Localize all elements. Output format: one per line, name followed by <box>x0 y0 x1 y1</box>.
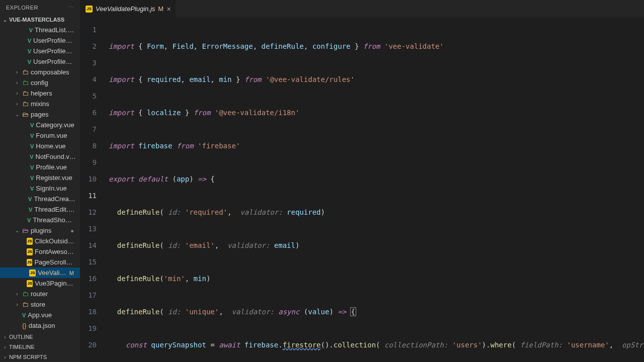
tree-item[interactable]: JSClickOutsideDi... <box>0 236 80 246</box>
sidebar: EXPLORER ⋯ ⌄ VUE-MASTERCLASS VThreadList… <box>0 0 80 362</box>
folder-icon: 🗁 <box>22 111 29 118</box>
folder-icon: 🗀 <box>22 89 29 97</box>
explorer-header: EXPLORER ⋯ <box>0 0 80 15</box>
tree-folder[interactable]: ›🗀helpers <box>0 88 80 99</box>
tree-item[interactable]: VUserProfileCar... <box>0 56 80 67</box>
modified-badge: M <box>158 5 164 13</box>
editor[interactable]: 1234567891011121314151617181920 import {… <box>80 18 644 362</box>
tab-bar: JS VeeValidatePlugin.js M × ⇄ ◧ ⋯ <box>80 0 644 18</box>
tree-item[interactable]: VThreadShow.vue <box>0 215 80 225</box>
dot-icon: ● <box>70 228 76 234</box>
folder-icon: 🗀 <box>22 290 29 298</box>
js-icon: JS <box>27 259 33 266</box>
folder-icon: 🗀 <box>22 301 29 308</box>
folder-icon: 🗁 <box>22 227 29 234</box>
vue-icon: V <box>29 27 33 33</box>
tree-item[interactable]: VThreadList.vue <box>0 25 80 35</box>
vue-icon: V <box>28 48 31 54</box>
js-icon: JS <box>27 238 33 245</box>
tree-folder[interactable]: ›🗀router <box>0 289 80 299</box>
tree-item[interactable]: VUserProfileCar... <box>0 46 80 56</box>
timeline-section[interactable]: ›TIMELINE <box>0 342 80 352</box>
project-header[interactable]: ⌄ VUE-MASTERCLASS <box>0 15 80 25</box>
npm-scripts-section[interactable]: ›NPM SCRIPTS <box>0 352 80 362</box>
chevron-down-icon: ⌄ <box>14 112 20 118</box>
vue-icon: V <box>28 38 31 44</box>
tree-item[interactable]: VRegister.vue <box>0 172 80 183</box>
tree-item[interactable]: VHome.vue <box>0 141 80 151</box>
tree-folder[interactable]: ›🗀mixins <box>0 99 80 109</box>
gutter: 1234567891011121314151617181920 <box>80 18 106 362</box>
chevron-right-icon: › <box>14 69 20 75</box>
explorer-title: EXPLORER <box>6 5 38 11</box>
json-icon: {} <box>22 322 27 329</box>
vue-icon: V <box>30 122 34 128</box>
more-icon[interactable]: ⋯ <box>68 4 74 11</box>
tab[interactable]: JS VeeValidatePlugin.js M × <box>80 0 176 18</box>
folder-icon: 🗀 <box>22 100 29 108</box>
tree-item[interactable]: VUserProfileCar... <box>0 35 80 46</box>
tree-item[interactable]: JSPageScrollDire... <box>0 257 80 267</box>
chevron-right-icon: › <box>2 354 8 360</box>
tree-item[interactable]: VSignIn.vue <box>0 183 80 194</box>
tree-folder[interactable]: ›🗀composables <box>0 67 80 77</box>
code-area[interactable]: import { Form, Field, ErrorMessage, defi… <box>106 18 644 362</box>
tree-item[interactable]: VCategory.vue <box>0 120 80 130</box>
chevron-right-icon: › <box>2 344 8 350</box>
vue-icon: V <box>30 143 34 149</box>
js-icon: JS <box>86 6 93 13</box>
vue-icon: V <box>30 154 33 160</box>
tree-item[interactable]: JSVeeValid...M <box>0 267 80 278</box>
modified-badge: M <box>69 270 76 276</box>
tree-item[interactable]: VForum.vue <box>0 130 80 141</box>
tree-item[interactable]: VNotFound.vue <box>0 151 80 162</box>
file-tree: VThreadList.vue VUserProfileCar... VUser… <box>0 25 80 332</box>
js-icon: JS <box>29 269 36 277</box>
tree-item[interactable]: VThreadEdit.vue <box>0 204 80 215</box>
chevron-right-icon: › <box>2 334 8 340</box>
tree-folder[interactable]: ⌄🗁pages <box>0 109 80 120</box>
chevron-right-icon: › <box>14 101 20 107</box>
project-name: VUE-MASTERCLASS <box>9 17 64 23</box>
vue-icon: V <box>30 133 34 139</box>
chevron-right-icon: › <box>14 80 20 86</box>
chevron-right-icon: › <box>14 291 20 297</box>
chevron-down-icon: ⌄ <box>2 17 8 23</box>
tree-item[interactable]: {}data.json <box>0 320 80 331</box>
vue-icon: V <box>28 59 31 65</box>
folder-icon: 🗀 <box>22 68 29 76</box>
tree-folder[interactable]: ›🗀config <box>0 77 80 88</box>
tab-filename: VeeValidatePlugin.js <box>96 5 155 13</box>
main: JS VeeValidatePlugin.js M × ⇄ ◧ ⋯ 123456… <box>80 0 644 362</box>
close-icon[interactable]: × <box>167 5 171 13</box>
vue-icon: V <box>28 196 32 202</box>
tree-item[interactable]: VApp.vue <box>0 310 80 320</box>
tree-folder[interactable]: ⌄🗁plugins● <box>0 225 80 236</box>
vue-icon: V <box>22 312 26 318</box>
vue-icon: V <box>27 217 31 223</box>
chevron-right-icon: › <box>14 302 20 308</box>
chevron-down-icon: ⌄ <box>14 228 20 234</box>
outline-section[interactable]: ›OUTLINE <box>0 332 80 342</box>
tree-item[interactable]: JSFontAwesome.js <box>0 246 80 257</box>
vue-icon: V <box>30 164 34 170</box>
vue-icon: V <box>29 207 32 213</box>
tree-item[interactable]: VProfile.vue <box>0 162 80 172</box>
tree-folder[interactable]: ›🗀store <box>0 299 80 310</box>
js-icon: JS <box>27 280 33 287</box>
vue-icon: V <box>30 175 34 181</box>
vue-icon: V <box>30 186 34 192</box>
js-icon: JS <box>27 248 33 255</box>
folder-icon: 🗀 <box>22 79 29 86</box>
tree-item[interactable]: VThreadCreate... <box>0 194 80 204</box>
chevron-right-icon: › <box>14 90 20 97</box>
tree-item[interactable]: JSVue3Paginatio... <box>0 278 80 289</box>
